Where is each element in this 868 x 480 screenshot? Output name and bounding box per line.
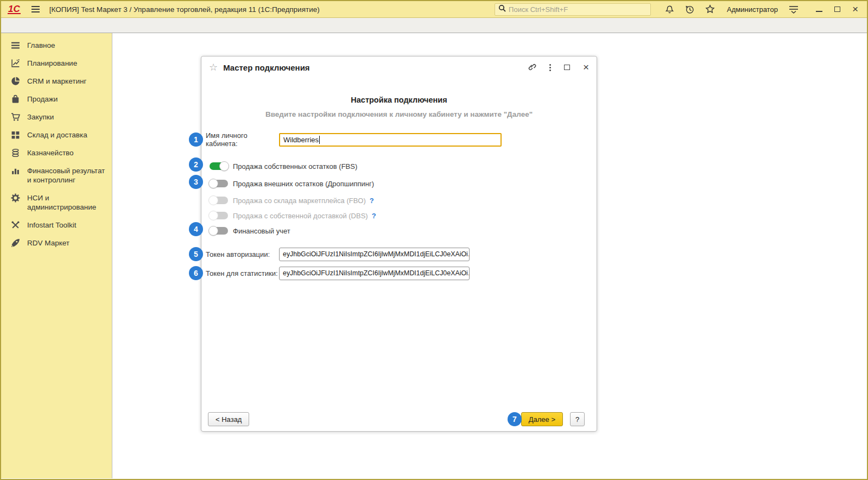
window-title: [КОПИЯ] Test Маркет 3 / Управление торго… — [49, 5, 320, 14]
sidebar-item-label: CRM и маркетинг — [27, 77, 86, 86]
auth-token-input[interactable]: eyJhbGciOiJFUzI1NiIsImtpZCI6IjlwMjMxMDI1… — [279, 248, 470, 261]
user-menu-icon[interactable] — [789, 5, 799, 14]
sidebar: Главное Планирование CRM и маркетинг Про… — [1, 33, 112, 478]
global-search[interactable] — [495, 3, 651, 16]
close-icon[interactable]: × — [852, 6, 858, 12]
sidebar-item-finrezultat[interactable]: Финансовый результат и контроллинг — [1, 162, 112, 189]
dropshipping-toggle[interactable] — [210, 180, 228, 187]
sidebar-item-label: Главное — [27, 41, 55, 50]
sidebar-item-kaznacheystvo[interactable]: Казначейство — [1, 144, 112, 162]
favorite-star-icon[interactable]: ☆ — [209, 62, 218, 72]
dbs-toggle-row: Продажа с собственной доставкой (DBS) ? — [210, 210, 376, 221]
dropshipping-toggle-label: Продажа внешних остатков (Дропшиппинг) — [233, 180, 374, 188]
sidebar-item-label: Закупки — [27, 112, 54, 122]
tools-icon — [11, 220, 20, 230]
sidebar-item-label: RDV Маркет — [27, 238, 69, 248]
fbs-toggle-label: Продажа собственных остатков (FBS) — [233, 162, 357, 170]
sidebar-item-crm[interactable]: CRM и маркетинг — [1, 72, 112, 90]
sidebar-item-prodazhi[interactable]: Продажи — [1, 90, 112, 108]
sidebar-item-planirovanie[interactable]: Планирование — [1, 54, 112, 72]
gear-icon — [11, 193, 20, 203]
stats-token-row: Токен для статистики: eyJhbGciOiJFUzI1Ni… — [206, 266, 470, 280]
1c-logo: 1С — [8, 5, 21, 14]
favorites-star-icon[interactable] — [705, 4, 715, 14]
back-button[interactable]: < Назад — [208, 412, 249, 426]
stats-token-label: Токен для статистики: — [206, 269, 279, 277]
titlebar: 1С [КОПИЯ] Test Маркет 3 / Управление то… — [1, 1, 867, 18]
search-input[interactable] — [509, 5, 647, 14]
text-caret — [319, 136, 320, 144]
stats-token-input[interactable]: eyJhbGciOiJFUzI1NiIsImtpZCI6IjlwMjMxMDI1… — [279, 267, 470, 280]
cart-icon — [11, 112, 20, 122]
sidebar-item-label: Продажи — [27, 94, 58, 104]
sidebar-item-label: НСИ и администрирование — [27, 193, 106, 212]
maximize-icon[interactable] — [834, 7, 840, 12]
annotation-3: 3 — [189, 175, 203, 189]
fbo-toggle — [210, 197, 228, 204]
fbo-help-link[interactable]: ? — [370, 197, 374, 205]
connection-wizard-dialog: ☆ Мастер подключения × Настройка подключ… — [201, 56, 597, 432]
dropshipping-toggle-row: Продажа внешних остатков (Дропшиппинг) — [210, 178, 374, 189]
annotation-6: 6 — [189, 266, 203, 280]
page-subtitle: Введите настройки подключения к личному … — [201, 110, 597, 118]
dbs-toggle-label: Продажа с собственной доставкой (DBS) — [233, 212, 368, 220]
help-button[interactable]: ? — [570, 412, 585, 426]
rocket-icon — [11, 238, 20, 248]
coins-icon — [11, 148, 20, 157]
minimize-icon[interactable] — [816, 11, 822, 12]
annotation-2: 2 — [189, 157, 203, 172]
dialog-header: ☆ Мастер подключения × — [201, 56, 597, 78]
planning-chart-icon — [11, 59, 20, 68]
fbs-toggle[interactable] — [210, 162, 228, 170]
sidebar-item-infostart[interactable]: Infostart Toolkit — [1, 216, 112, 234]
sidebar-item-label: Infostart Toolkit — [27, 220, 77, 230]
bell-icon[interactable] — [665, 5, 674, 14]
dbs-toggle — [210, 212, 228, 219]
auth-token-label: Токен авторизации: — [206, 250, 279, 258]
menu-icon — [11, 41, 20, 50]
bar-chart-icon — [11, 166, 20, 175]
cabinet-name-input[interactable]: Wildberries — [279, 133, 502, 147]
finance-toggle-label: Финансовый учет — [233, 227, 290, 235]
annotation-5: 5 — [189, 247, 203, 261]
annotation-7: 7 — [508, 412, 522, 426]
annotation-4: 4 — [189, 222, 203, 236]
sidebar-item-label: Финансовый результат и контроллинг — [27, 166, 106, 185]
sidebar-item-sklad[interactable]: Склад и доставка — [1, 126, 112, 144]
history-icon[interactable] — [685, 5, 694, 14]
more-menu-icon[interactable] — [549, 64, 551, 71]
fbo-toggle-row: Продажа со склада маркетплейса (FBO) ? — [210, 195, 374, 206]
app-window: 1С [КОПИЯ] Test Маркет 3 / Управление то… — [0, 0, 868, 480]
sidebar-item-label: Склад и доставка — [27, 130, 87, 140]
sidebar-item-label: Казначейство — [27, 148, 74, 157]
dbs-help-link[interactable]: ? — [372, 212, 376, 220]
sidebar-item-label: Планирование — [27, 59, 77, 68]
warehouse-grid-icon — [11, 130, 20, 140]
link-icon[interactable] — [527, 62, 536, 73]
sidebar-item-rdv-market[interactable]: RDV Маркет — [1, 234, 112, 252]
search-icon — [498, 4, 506, 14]
toolbar-strip — [1, 18, 867, 33]
user-name[interactable]: Администратор — [727, 5, 778, 14]
annotation-1: 1 — [189, 132, 203, 147]
pie-chart-icon — [11, 77, 20, 86]
cabinet-name-label: Имя личного кабинета: — [206, 131, 279, 148]
sidebar-item-glavnoe[interactable]: Главное — [1, 36, 112, 54]
fbo-toggle-label: Продажа со склада маркетплейса (FBO) — [233, 197, 366, 205]
dialog-maximize-icon[interactable] — [564, 65, 570, 70]
next-button[interactable]: Далее > — [521, 412, 563, 426]
dialog-title: Мастер подключения — [223, 63, 309, 72]
auth-token-row: Токен авторизации: eyJhbGciOiJFUzI1NiIsI… — [206, 247, 470, 261]
fbs-toggle-row: Продажа собственных остатков (FBS) — [210, 161, 357, 172]
cabinet-name-row: Имя личного кабинета: Wildberries — [206, 132, 502, 147]
shopping-bag-icon — [11, 94, 20, 104]
main-menu-icon[interactable] — [31, 6, 40, 12]
finance-toggle-row: Финансовый учет — [210, 225, 290, 236]
dialog-close-icon[interactable]: × — [583, 64, 589, 71]
sidebar-item-zakupki[interactable]: Закупки — [1, 108, 112, 126]
finance-toggle[interactable] — [210, 227, 228, 235]
page-title: Настройка подключения — [201, 96, 597, 104]
sidebar-item-nsi[interactable]: НСИ и администрирование — [1, 189, 112, 216]
